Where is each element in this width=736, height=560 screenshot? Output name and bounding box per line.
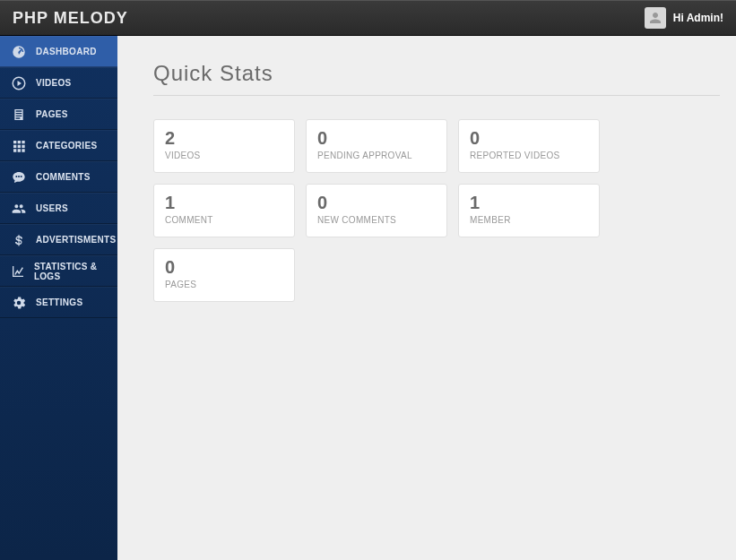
gear-icon bbox=[9, 295, 29, 311]
stats-grid: 2 VIDEOS 0 PENDING APPROVAL 0 REPORTED V… bbox=[153, 119, 720, 302]
stat-label: COMMENT bbox=[165, 215, 283, 225]
sidebar-item-label: DASHBOARD bbox=[36, 47, 97, 56]
sidebar-item-label: VIDEOS bbox=[36, 78, 72, 88]
header-bar: PHP MELODY Hi Admin! bbox=[0, 0, 736, 36]
stat-value: 2 bbox=[165, 129, 283, 147]
stat-card-new-comments[interactable]: 0 NEW COMMENTS bbox=[306, 184, 447, 237]
sidebar-item-pages[interactable]: PAGES bbox=[0, 99, 117, 130]
sidebar-item-advertisments[interactable]: ADVERTISMENTS bbox=[0, 224, 117, 255]
stat-card-comment[interactable]: 1 COMMENT bbox=[153, 184, 295, 237]
avatar-icon bbox=[645, 7, 666, 29]
stat-value: 0 bbox=[317, 194, 436, 211]
sidebar-item-label: STATISTICS & LOGS bbox=[34, 262, 117, 281]
sidebar: DASHBOARD VIDEOS PAGES CATEGORIES COMMEN bbox=[0, 36, 117, 560]
app-logo: PHP MELODY bbox=[13, 9, 128, 28]
stat-label: REPORTED VIDEOS bbox=[470, 151, 588, 160]
users-icon bbox=[9, 202, 29, 216]
chart-icon bbox=[9, 264, 27, 279]
main-content: Quick Stats 2 VIDEOS 0 PENDING APPROVAL … bbox=[117, 36, 736, 560]
stat-label: VIDEOS bbox=[165, 151, 283, 160]
stat-value: 1 bbox=[470, 194, 588, 211]
stat-value: 1 bbox=[165, 194, 283, 211]
user-menu[interactable]: Hi Admin! bbox=[645, 7, 723, 29]
sidebar-item-label: ADVERTISMENTS bbox=[36, 235, 116, 245]
stat-value: 0 bbox=[165, 258, 283, 276]
grid-icon bbox=[9, 139, 29, 153]
dollar-icon bbox=[9, 232, 29, 248]
stat-label: MEMBER bbox=[470, 215, 588, 225]
sidebar-item-settings[interactable]: SETTINGS bbox=[0, 287, 117, 318]
stat-label: PENDING APPROVAL bbox=[317, 151, 436, 160]
sidebar-item-videos[interactable]: VIDEOS bbox=[0, 67, 117, 99]
user-greeting: Hi Admin! bbox=[673, 12, 723, 24]
stat-card-reported-videos[interactable]: 0 REPORTED VIDEOS bbox=[458, 119, 600, 173]
sidebar-item-label: SETTINGS bbox=[36, 297, 82, 307]
play-icon bbox=[9, 75, 29, 91]
stat-value: 0 bbox=[317, 129, 436, 147]
stat-label: NEW COMMENTS bbox=[317, 215, 436, 225]
stat-card-videos[interactable]: 2 VIDEOS bbox=[153, 119, 295, 173]
page-title: Quick Stats bbox=[153, 61, 720, 86]
sidebar-item-users[interactable]: USERS bbox=[0, 193, 117, 224]
sidebar-item-categories[interactable]: CATEGORIES bbox=[0, 130, 117, 161]
dashboard-icon bbox=[9, 44, 29, 60]
document-icon bbox=[9, 108, 29, 122]
sidebar-item-label: PAGES bbox=[36, 109, 68, 119]
stat-card-pending-approval[interactable]: 0 PENDING APPROVAL bbox=[306, 119, 447, 173]
stat-card-pages[interactable]: 0 PAGES bbox=[153, 248, 295, 302]
stat-value: 0 bbox=[470, 129, 588, 147]
sidebar-item-label: CATEGORIES bbox=[36, 141, 97, 151]
sidebar-item-statistics[interactable]: STATISTICS & LOGS bbox=[0, 255, 117, 287]
stat-label: PAGES bbox=[165, 280, 283, 289]
sidebar-item-dashboard[interactable]: DASHBOARD bbox=[0, 36, 117, 67]
title-divider bbox=[153, 95, 720, 96]
sidebar-item-label: COMMENTS bbox=[36, 172, 91, 182]
sidebar-item-comments[interactable]: COMMENTS bbox=[0, 161, 117, 193]
stat-card-member[interactable]: 1 MEMBER bbox=[458, 184, 600, 237]
chat-icon bbox=[9, 170, 29, 185]
sidebar-item-label: USERS bbox=[36, 203, 68, 213]
